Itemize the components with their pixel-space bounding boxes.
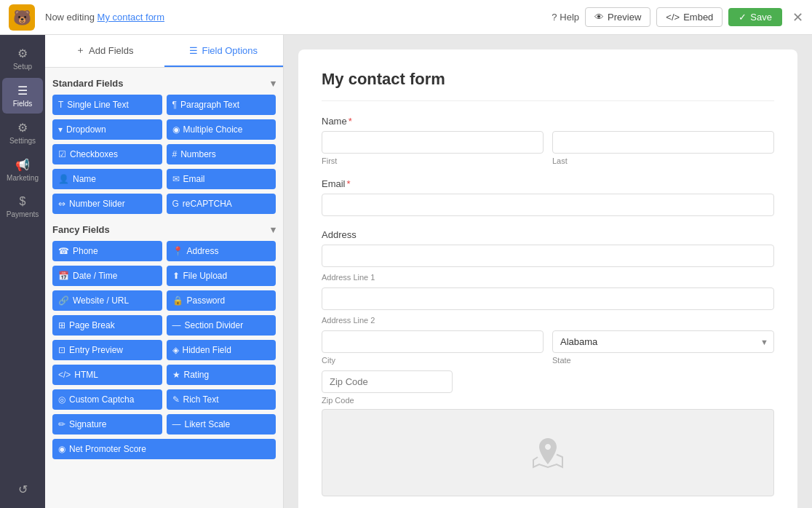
city-input[interactable] — [322, 330, 544, 353]
fancy-fields-collapse[interactable]: ▾ — [271, 224, 276, 235]
save-button[interactable]: ✓ Save — [728, 8, 782, 26]
field-btn-multiple-choice[interactable]: ◉ Multiple Choice — [167, 119, 276, 140]
field-btn-page-break[interactable]: ⊞ Page Break — [52, 315, 162, 336]
last-name-col: Last — [552, 131, 774, 165]
captcha-icon: ◎ — [58, 394, 65, 405]
field-btn-rating[interactable]: ★ Rating — [167, 365, 276, 385]
field-btn-file-upload[interactable]: ⬆ File Upload — [167, 266, 276, 286]
nav-item-fields[interactable]: ☰ Fields — [2, 78, 43, 114]
state-sublabel: State — [552, 356, 774, 365]
sidebar-tabs: ＋ Add Fields ☰ Field Options — [45, 35, 283, 68]
paragraph-icon: ¶ — [172, 100, 177, 110]
map-placeholder — [322, 409, 774, 496]
lock-icon: 🔒 — [172, 295, 183, 306]
add-icon: ＋ — [76, 44, 85, 57]
calendar-icon: 📅 — [58, 271, 69, 281]
nav-label-payments: Payments — [7, 210, 39, 218]
field-btn-phone[interactable]: ☎ Phone — [52, 241, 162, 261]
phone-icon: ☎ — [58, 246, 69, 256]
code-icon: </> — [666, 12, 680, 23]
field-btn-password[interactable]: 🔒 Password — [167, 290, 276, 311]
address-line1-input[interactable] — [322, 245, 774, 267]
nav-item-settings[interactable]: ⚙ Settings — [2, 115, 43, 151]
field-btn-website-url[interactable]: 🔗 Website / URL — [52, 290, 162, 311]
field-btn-hidden-field[interactable]: ◈ Hidden Field — [167, 340, 276, 360]
name-required: * — [349, 116, 352, 127]
nav-label-fields: Fields — [13, 100, 33, 108]
editing-label: Now editing My contact form — [45, 12, 552, 23]
tab-field-options[interactable]: ☰ Field Options — [164, 35, 284, 67]
zip-wrapper: Zip Code — [322, 370, 774, 405]
sidebar: ＋ Add Fields ☰ Field Options Standard Fi… — [45, 35, 284, 508]
nav-label-setup: Setup — [13, 63, 32, 71]
standard-fields-header: Standard Fields ▾ — [52, 78, 276, 89]
fancy-fields-header: Fancy Fields ▾ — [52, 224, 276, 235]
close-button[interactable]: ✕ — [792, 9, 803, 25]
embed-button[interactable]: </> Embed — [656, 7, 723, 27]
nav-item-payments[interactable]: $ Payments — [2, 189, 43, 224]
field-btn-section-divider[interactable]: — Section Divider — [167, 315, 276, 336]
star-icon: ★ — [172, 370, 180, 380]
state-col: Alabama Alaska Arizona ▼ State — [552, 330, 774, 365]
likert-icon: — — [172, 419, 181, 429]
field-btn-recaptcha[interactable]: G reCAPTCHA — [167, 194, 276, 214]
email-required: * — [347, 178, 351, 189]
recaptcha-icon: G — [172, 199, 179, 209]
text-icon: T — [58, 100, 63, 110]
check-icon: ✓ — [739, 12, 747, 23]
field-btn-paragraph-text[interactable]: ¶ Paragraph Text — [167, 95, 276, 115]
form-name-link[interactable]: My contact form — [97, 12, 164, 23]
address-icon: 📍 — [172, 246, 183, 256]
field-btn-checkboxes[interactable]: ☑ Checkboxes — [52, 144, 162, 164]
payments-icon: $ — [20, 195, 26, 208]
standard-fields-title: Standard Fields — [52, 78, 124, 89]
standard-fields-grid: T Single Line Text ¶ Paragraph Text ▾ Dr… — [52, 95, 276, 214]
nav-item-setup[interactable]: ⚙ Setup — [2, 41, 43, 76]
field-btn-single-line-text[interactable]: T Single Line Text — [52, 95, 162, 115]
address-line2-sublabel: Address Line 2 — [322, 316, 774, 325]
first-name-input[interactable] — [322, 131, 544, 154]
state-select-wrapper: Alabama Alaska Arizona ▼ — [552, 330, 774, 353]
field-btn-rich-text[interactable]: ✎ Rich Text — [167, 389, 276, 410]
field-btn-custom-captcha[interactable]: ◎ Custom Captcha — [52, 389, 162, 410]
field-btn-numbers[interactable]: # Numbers — [167, 144, 276, 164]
topbar: 🐻 Now editing My contact form ? Help 👁 P… — [0, 0, 812, 35]
nav-item-marketing[interactable]: 📢 Marketing — [2, 152, 43, 188]
field-btn-dropdown[interactable]: ▾ Dropdown — [52, 119, 162, 140]
field-btn-entry-preview[interactable]: ⊡ Entry Preview — [52, 340, 162, 360]
preview-button[interactable]: 👁 Preview — [585, 7, 650, 27]
last-name-input[interactable] — [552, 131, 774, 154]
divider-icon: — — [172, 320, 181, 330]
city-col: City — [322, 330, 544, 365]
settings-icon: ⚙ — [17, 121, 28, 135]
email-input[interactable] — [322, 194, 774, 216]
field-btn-name[interactable]: 👤 Name — [52, 169, 162, 189]
field-btn-email[interactable]: ✉ Email — [167, 169, 276, 189]
field-btn-address[interactable]: 📍 Address — [167, 241, 276, 261]
email-icon: ✉ — [172, 174, 180, 184]
nav-item-history[interactable]: ↺ — [2, 477, 43, 502]
tab-add-fields[interactable]: ＋ Add Fields — [45, 35, 164, 67]
field-btn-html[interactable]: </> HTML — [52, 365, 162, 385]
form-title: My contact form — [322, 70, 774, 101]
field-btn-net-promoter[interactable]: ◉ Net Promoter Score — [52, 439, 276, 459]
upload-icon: ⬆ — [172, 271, 180, 281]
name-row: First Last — [322, 131, 774, 165]
zip-input[interactable] — [322, 370, 453, 393]
fancy-fields-grid: ☎ Phone 📍 Address 📅 Date / Time ⬆ File U… — [52, 241, 276, 459]
field-btn-date-time[interactable]: 📅 Date / Time — [52, 266, 162, 286]
standard-fields-collapse[interactable]: ▾ — [271, 78, 276, 89]
field-btn-number-slider[interactable]: ⇔ Number Slider — [52, 194, 162, 214]
radio-icon: ◉ — [172, 124, 180, 135]
nav-label-settings: Settings — [9, 137, 36, 145]
fields-icon: ☰ — [17, 84, 28, 98]
address-line2-input[interactable] — [322, 287, 774, 310]
sidebar-content: Standard Fields ▾ T Single Line Text ¶ P… — [45, 68, 283, 508]
topbar-actions: ? Help 👁 Preview </> Embed ✓ Save ✕ — [552, 7, 803, 27]
field-btn-signature[interactable]: ✏ Signature — [52, 414, 162, 434]
email-label: Email* — [322, 178, 774, 189]
help-button[interactable]: ? Help — [552, 12, 579, 23]
state-select[interactable]: Alabama Alaska Arizona — [552, 330, 774, 353]
field-btn-likert-scale[interactable]: — Likert Scale — [167, 414, 276, 434]
person-icon: 👤 — [58, 174, 69, 184]
